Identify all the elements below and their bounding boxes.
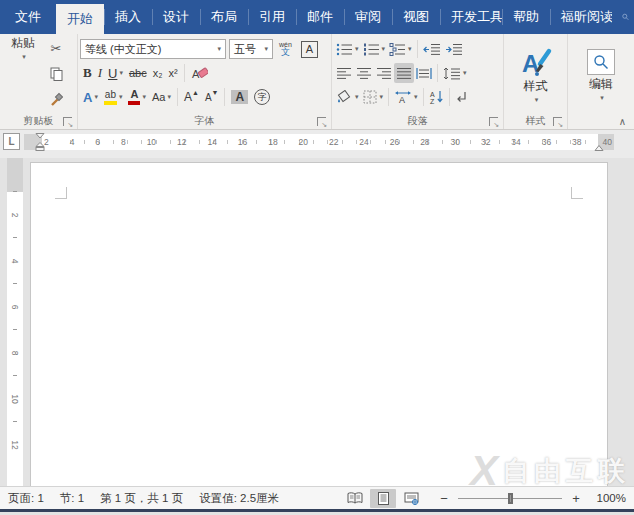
document-workspace: 24681012: [0, 158, 634, 486]
editing-button[interactable]: 编辑 ▾: [570, 37, 632, 113]
ribbon-tab[interactable]: 布局: [200, 0, 248, 34]
text-highlight-button[interactable]: ab ▾: [101, 87, 126, 107]
paragraph-mark-icon: [455, 91, 468, 104]
styles-button-label: 样式: [524, 78, 548, 95]
ribbon-tab[interactable]: 视图: [392, 0, 440, 34]
sort-button[interactable]: A Z: [427, 87, 446, 107]
subscript-button[interactable]: x₂: [150, 63, 166, 83]
underline-button[interactable]: U▾: [105, 63, 126, 83]
paragraph-dialog-launcher-icon[interactable]: [489, 117, 498, 126]
increase-indent-button[interactable]: [443, 39, 465, 59]
format-painter-button[interactable]: [46, 90, 66, 107]
zoom-slider[interactable]: [458, 492, 562, 505]
zoom-in-button[interactable]: +: [570, 491, 582, 506]
paste-dropdown-arrow: ▾: [22, 53, 26, 61]
borders-button[interactable]: ▾: [361, 87, 386, 107]
numbering-icon: [363, 43, 380, 56]
font-name-combobox[interactable]: 等线 (中文正文) ▾: [80, 39, 226, 59]
show-hide-marks-button[interactable]: [453, 87, 470, 107]
multilevel-list-icon: [389, 43, 406, 56]
italic-button[interactable]: I: [95, 63, 105, 83]
styles-dialog-launcher-icon[interactable]: [553, 117, 562, 126]
vertical-ruler[interactable]: 24681012: [0, 158, 25, 486]
ribbon-tab[interactable]: 帮助: [502, 0, 550, 34]
cut-button[interactable]: ✂: [46, 40, 66, 57]
phonetic-guide-button[interactable]: wén 文: [276, 39, 295, 59]
highlight-icon: ab: [104, 90, 117, 105]
collapse-ribbon-button[interactable]: ∧: [619, 116, 626, 127]
document-page[interactable]: [30, 162, 608, 486]
ribbon-tab[interactable]: 审阅: [344, 0, 392, 34]
font-group-label: 字体: [195, 114, 215, 128]
character-border-button[interactable]: A: [298, 39, 321, 59]
paragraph-group: ▾ ▾ ▾: [332, 34, 504, 129]
editing-group: 编辑 ▾: [568, 34, 634, 129]
tell-me-search[interactable]: 告诉我: [612, 0, 634, 34]
multilevel-list-button[interactable]: ▾: [387, 39, 414, 59]
shrink-font-button[interactable]: A▼: [202, 87, 222, 107]
styles-button[interactable]: A 样式 ▾: [506, 37, 565, 113]
ribbon-tab[interactable]: 插入: [104, 0, 152, 34]
shading-button[interactable]: ▾: [334, 87, 361, 107]
shrink-arrow-icon: ▼: [212, 89, 219, 96]
status-page-number[interactable]: 页面: 1: [8, 491, 44, 506]
tab-stop-selector[interactable]: L: [3, 133, 20, 150]
font-name-value: 等线 (中文正文): [85, 42, 161, 57]
zoom-out-button[interactable]: −: [438, 491, 450, 506]
character-shading-button[interactable]: A: [228, 87, 251, 107]
ribbon: 粘贴 ▾ ✂ 剪贴板: [0, 34, 634, 130]
zoom-slider-handle[interactable]: [508, 493, 513, 504]
align-right-button[interactable]: [374, 63, 394, 83]
styles-group-label: 样式: [526, 114, 546, 128]
horizontal-ruler[interactable]: 246810121416182022242628303234363840: [24, 134, 614, 150]
first-line-indent-marker[interactable]: [35, 133, 45, 139]
svg-text:A: A: [399, 95, 405, 104]
styles-group: A 样式 ▾ 样式: [504, 34, 568, 129]
ribbon-tab[interactable]: 设计: [152, 0, 200, 34]
asian-layout-button[interactable]: A ▾: [392, 87, 420, 107]
paste-button[interactable]: 粘贴 ▾: [2, 37, 44, 57]
font-size-combobox[interactable]: 五号 ▾: [229, 39, 273, 59]
decrease-indent-button[interactable]: [421, 39, 443, 59]
justify-button[interactable]: [394, 63, 414, 83]
status-setting-value[interactable]: 设置值: 2.5厘米: [199, 491, 279, 506]
ribbon-tab[interactable]: 福昕阅读: [550, 0, 612, 34]
distribute-text-button[interactable]: [414, 63, 434, 83]
copy-button[interactable]: [46, 65, 66, 82]
status-section[interactable]: 节: 1: [60, 491, 84, 506]
read-mode-button[interactable]: [342, 489, 368, 508]
grow-font-button[interactable]: A▲: [181, 87, 202, 107]
web-layout-button[interactable]: [398, 489, 424, 508]
superscript-button[interactable]: x²: [165, 63, 180, 83]
hanging-indent-marker[interactable]: [35, 142, 45, 151]
right-indent-marker[interactable]: [594, 145, 604, 151]
align-center-button[interactable]: [354, 63, 374, 83]
find-icon: [593, 54, 609, 70]
font-color-button[interactable]: A ▾: [125, 87, 149, 107]
ribbon-tab[interactable]: 开发工具: [440, 0, 502, 34]
font-dialog-launcher-icon[interactable]: [317, 117, 326, 126]
clipboard-group: 粘贴 ▾ ✂ 剪贴板: [0, 34, 78, 129]
ribbon-tab[interactable]: 文件: [0, 0, 56, 34]
sort-icon: A Z: [429, 90, 444, 104]
clipboard-dialog-launcher-icon[interactable]: [63, 117, 72, 126]
window-bottom-edge: [0, 509, 634, 512]
bullets-button[interactable]: ▾: [334, 39, 361, 59]
clear-formatting-button[interactable]: A: [188, 63, 211, 83]
ribbon-tab[interactable]: 引用: [248, 0, 296, 34]
change-case-button[interactable]: Aa▾: [149, 87, 174, 107]
ribbon-tab[interactable]: 开始: [56, 4, 104, 34]
zoom-level[interactable]: 100%: [590, 492, 626, 504]
text-effects-button[interactable]: A▾: [80, 87, 101, 107]
status-page-of-pages[interactable]: 第 1 页，共 1 页: [100, 491, 183, 506]
character-shading-icon: A: [231, 90, 248, 104]
bold-button[interactable]: B: [80, 63, 95, 83]
enclose-characters-button[interactable]: 字: [251, 87, 273, 107]
align-left-button[interactable]: [334, 63, 354, 83]
line-spacing-button[interactable]: ▾: [441, 63, 469, 83]
strikethrough-button[interactable]: abc: [126, 63, 150, 83]
editing-button-label: 编辑: [589, 76, 613, 93]
print-layout-button[interactable]: [370, 489, 396, 508]
ribbon-tab[interactable]: 邮件: [296, 0, 344, 34]
numbering-button[interactable]: ▾: [361, 39, 388, 59]
